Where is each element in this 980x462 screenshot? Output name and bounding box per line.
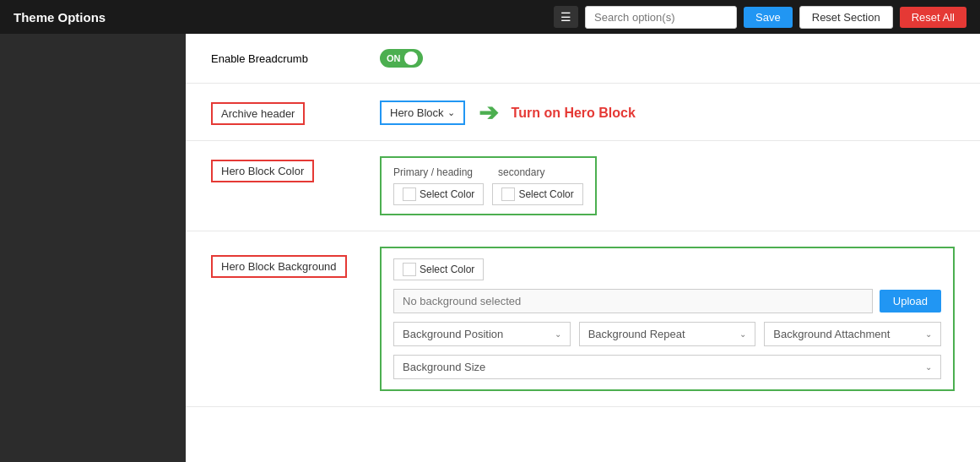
bg-size-chevron-icon: ⌄ <box>925 362 932 372</box>
breadcrumb-row: Enable Breadcrumb ON <box>186 34 980 84</box>
secondary-label: secondary <box>498 166 544 178</box>
right-arrow-icon: ➔ <box>479 101 498 125</box>
bg-position-chevron-icon: ⌄ <box>555 329 561 339</box>
hero-block-color-label: Hero Block Color <box>211 156 380 182</box>
primary-color-select-button[interactable]: Select Color <box>393 183 484 205</box>
breadcrumb-toggle[interactable]: ON <box>380 49 423 68</box>
secondary-color-select-button[interactable]: Select Color <box>492 183 582 205</box>
bg-position-label: Background Position <box>403 328 503 340</box>
archive-header-row: Archive header Hero Block ⌄ ➔ Turn on He… <box>186 84 980 141</box>
dropdown-arrow-icon: ⌄ <box>447 107 455 118</box>
bg-dropdowns-row: Background Position ⌄ Background Repeat … <box>393 322 941 346</box>
bg-color-swatch <box>403 263 416 276</box>
secondary-select-color-label: Select Color <box>518 188 573 200</box>
bg-attachment-chevron-icon: ⌄ <box>925 329 932 339</box>
bg-repeat-dropdown[interactable]: Background Repeat ⌄ <box>579 322 756 346</box>
app-title: Theme Options <box>14 10 106 24</box>
hero-block-color-control: Primary / heading secondary Select Color… <box>380 156 955 215</box>
hero-block-background-label-box: Hero Block Background <box>211 255 347 278</box>
hero-block-dropdown[interactable]: Hero Block ⌄ <box>380 101 465 125</box>
bg-upload-button[interactable]: Upload <box>880 290 941 313</box>
bg-section-box: Select Color Upload Background Position … <box>380 247 955 391</box>
breadcrumb-label: Enable Breadcrumb <box>211 49 380 65</box>
top-nav-actions: ☰ Save Reset Section Reset All <box>554 6 966 29</box>
toggle-on-text: ON <box>387 53 401 63</box>
sidebar <box>0 34 186 462</box>
bg-repeat-chevron-icon: ⌄ <box>739 329 746 339</box>
secondary-color-swatch <box>501 188 515 201</box>
reset-all-button[interactable]: Reset All <box>900 7 966 28</box>
primary-select-color-label: Select Color <box>420 188 474 200</box>
search-input[interactable] <box>585 6 737 29</box>
hero-block-dropdown-value: Hero Block <box>390 106 444 119</box>
primary-color-swatch <box>403 188 416 201</box>
hero-block-background-row: Hero Block Background Select Color Uploa… <box>186 231 980 407</box>
menu-icon-button[interactable]: ☰ <box>554 6 578 28</box>
hero-block-color-label-box: Hero Block Color <box>211 160 314 182</box>
save-button[interactable]: Save <box>744 7 793 28</box>
breadcrumb-label-text: Enable Breadcrumb <box>211 52 308 65</box>
hero-block-color-row: Hero Block Color Primary / heading secon… <box>186 141 980 231</box>
bg-size-dropdown[interactable]: Background Size ⌄ <box>393 355 941 379</box>
bg-repeat-label: Background Repeat <box>588 328 685 340</box>
hero-block-background-control: Select Color Upload Background Position … <box>380 247 955 391</box>
breadcrumb-control: ON <box>380 49 955 68</box>
toggle-circle <box>404 52 418 65</box>
top-nav: Theme Options ☰ Save Reset Section Reset… <box>0 0 980 34</box>
bg-select-color-label: Select Color <box>420 264 474 275</box>
bg-size-label: Background Size <box>403 361 485 373</box>
reset-section-button[interactable]: Reset Section <box>799 6 893 29</box>
bg-color-row: Select Color <box>393 258 941 280</box>
bg-upload-row: Upload <box>393 289 941 313</box>
hero-block-background-label: Hero Block Background <box>211 247 380 278</box>
primary-label: Primary / heading <box>393 166 473 178</box>
main-content: Enable Breadcrumb ON Archive header Hero… <box>186 34 980 462</box>
archive-header-label-box: Archive header <box>211 102 305 125</box>
bg-position-dropdown[interactable]: Background Position ⌄ <box>393 322 571 346</box>
color-labels-row: Primary / heading secondary <box>393 166 583 178</box>
bg-attachment-dropdown[interactable]: Background Attachment ⌄ <box>764 322 941 346</box>
color-buttons-row: Select Color Select Color <box>393 183 583 205</box>
layout: Enable Breadcrumb ON Archive header Hero… <box>0 34 980 462</box>
archive-header-label: Archive header <box>211 99 380 125</box>
archive-header-control: Hero Block ⌄ ➔ Turn on Hero Block <box>380 99 955 125</box>
color-section-box: Primary / heading secondary Select Color… <box>380 156 597 215</box>
bg-no-image-input[interactable] <box>393 289 873 313</box>
annotation-text: Turn on Hero Block <box>512 106 636 121</box>
archive-header-annotation: Hero Block ⌄ ➔ Turn on Hero Block <box>380 101 955 125</box>
bg-attachment-label: Background Attachment <box>773 328 890 340</box>
bg-color-select-button[interactable]: Select Color <box>393 258 484 280</box>
